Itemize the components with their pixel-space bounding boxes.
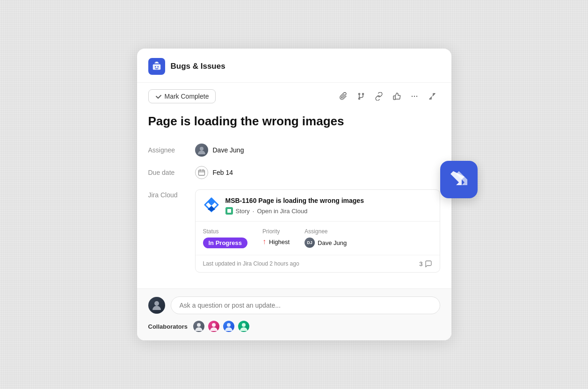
svg-rect-10 xyxy=(198,170,204,175)
assignee-name: Dave Jung xyxy=(213,146,244,154)
svg-point-6 xyxy=(411,96,412,97)
svg-point-16 xyxy=(242,323,246,327)
check-icon xyxy=(155,93,162,100)
svg-point-13 xyxy=(197,323,201,327)
jira-assignee-name: Dave Jung xyxy=(318,239,347,246)
svg-point-8 xyxy=(416,96,417,97)
mark-complete-button[interactable]: Mark Complete xyxy=(148,89,216,103)
due-date: Feb 14 xyxy=(213,169,233,176)
more-button[interactable] xyxy=(407,88,422,104)
svg-point-1 xyxy=(154,66,156,67)
jira-status-value: In Progress xyxy=(203,238,248,248)
jira-card-container: MSB-1160 Page is loading the wrong image… xyxy=(195,189,440,273)
thumbs-up-icon xyxy=(392,92,401,101)
comment-input[interactable] xyxy=(171,296,440,314)
svg-point-12 xyxy=(154,301,159,306)
jira-assignee-field: Assignee DJ Dave Jung xyxy=(305,228,347,248)
story-badge xyxy=(225,207,233,215)
collaborators-row: Collaborators xyxy=(148,320,440,333)
jira-card-top: MSB-1160 Page is loading the wrong image… xyxy=(196,190,440,222)
jira-assignee-value: DJ Dave Jung xyxy=(305,238,347,248)
assignee-value: Dave Jung xyxy=(195,144,244,157)
branch-button[interactable] xyxy=(353,88,369,104)
jira-assignee-label: Assignee xyxy=(305,228,347,235)
main-card: Bugs & Issues Mark Complete xyxy=(137,49,451,340)
assignee-label: Assignee xyxy=(148,146,195,154)
mark-complete-label: Mark Complete xyxy=(165,93,209,100)
jira-label: Jira Cloud xyxy=(148,191,195,199)
branch-icon xyxy=(357,92,365,101)
attach-button[interactable] xyxy=(335,88,351,104)
due-date-value: Feb 14 xyxy=(195,166,233,179)
jira-status-field: Status In Progress xyxy=(203,228,248,248)
jira-priority-label: Priority xyxy=(262,228,290,235)
jira-open-link[interactable]: Open in Jira Cloud xyxy=(257,208,307,215)
assignee-avatar xyxy=(195,144,208,157)
more-icon xyxy=(410,92,419,101)
story-type: Story xyxy=(236,208,250,215)
assignee-row: Assignee Dave Jung xyxy=(148,139,440,161)
collapse-icon xyxy=(428,92,436,101)
current-user-avatar xyxy=(148,297,165,314)
fields: Assignee Dave Jung Due date xyxy=(148,139,440,278)
due-date-label: Due date xyxy=(148,169,195,176)
link-button[interactable] xyxy=(371,88,387,104)
jira-logo xyxy=(203,196,220,213)
jira-priority-field: Priority ↑ Highest xyxy=(262,228,290,248)
app-icon xyxy=(148,58,165,75)
jira-priority-value: ↑ Highest xyxy=(262,238,290,246)
bottom-section: Collaborators xyxy=(137,288,451,340)
jira-row: Jira Cloud xyxy=(148,184,440,278)
jira-card: MSB-1160 Page is loading the wrong image… xyxy=(195,189,440,273)
card-header: Bugs & Issues xyxy=(137,49,451,83)
collaborator-avatar-4 xyxy=(237,320,250,333)
jira-ticket-id: MSB-1160 xyxy=(225,197,257,204)
jira-assignee-avatar: DJ xyxy=(305,238,315,248)
collaborator-avatars xyxy=(192,320,250,333)
svg-rect-11 xyxy=(227,209,231,213)
trello-float-icon[interactable] xyxy=(440,161,478,198)
collapse-button[interactable] xyxy=(424,88,440,104)
svg-point-2 xyxy=(157,66,159,67)
svg-point-7 xyxy=(414,96,414,97)
comment-row xyxy=(148,296,440,314)
jira-status-label: Status xyxy=(203,228,248,235)
collaborator-avatar-3 xyxy=(222,320,235,333)
collaborators-label: Collaborators xyxy=(148,323,188,330)
due-date-row: Due date Feb 14 xyxy=(148,161,440,184)
paperclip-icon xyxy=(339,92,348,101)
jira-ticket-title: Page is loading the wrong images xyxy=(258,197,364,204)
svg-point-15 xyxy=(227,323,231,327)
jira-last-updated: Last updated in Jira Cloud 2 hours ago xyxy=(203,260,299,267)
priority-text: Highest xyxy=(269,238,290,245)
comments-count: 3 xyxy=(419,260,422,267)
jira-card-info: MSB-1160 Page is loading the wrong image… xyxy=(225,196,432,215)
toolbar: Mark Complete xyxy=(137,83,451,110)
meta-separator: · xyxy=(253,208,254,215)
app-title: Bugs & Issues xyxy=(171,62,225,71)
jira-status-row: Status In Progress Priority ↑ Highest xyxy=(196,221,440,255)
collaborator-avatar-1 xyxy=(192,320,205,333)
jira-card-footer: Last updated in Jira Cloud 2 hours ago 3 xyxy=(196,255,440,272)
content: Page is loading the wrong images Assigne… xyxy=(137,110,451,288)
task-title: Page is loading the wrong images xyxy=(148,114,440,130)
link-icon xyxy=(375,92,383,101)
svg-point-14 xyxy=(212,323,216,327)
calendar-icon xyxy=(195,166,208,179)
svg-point-9 xyxy=(200,147,203,151)
collaborator-avatar-2 xyxy=(207,320,220,333)
jira-card-title: MSB-1160 Page is loading the wrong image… xyxy=(225,196,432,206)
jira-card-meta: Story · Open in Jira Cloud xyxy=(225,207,432,215)
jira-comments: 3 xyxy=(419,260,432,267)
priority-arrow-icon: ↑ xyxy=(262,238,266,246)
status-badge: In Progress xyxy=(203,238,248,248)
comment-icon xyxy=(425,260,432,267)
like-button[interactable] xyxy=(389,88,405,104)
